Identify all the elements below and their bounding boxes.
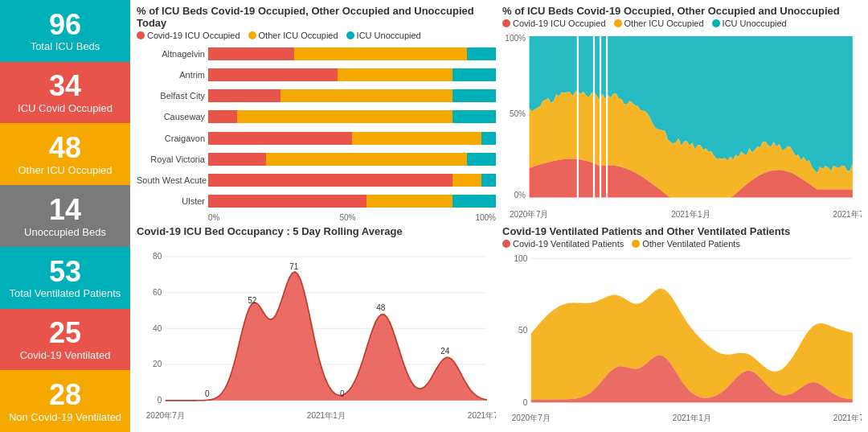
bar-seg-other — [266, 153, 468, 166]
bar-track — [208, 195, 496, 208]
non-covid-vent-value: 28 — [49, 379, 81, 411]
stat-icu-covid-occupied: 34 ICU Covid Occupied — [0, 62, 130, 124]
legend-covid-label: Covid-19 ICU Occupied — [147, 31, 240, 40]
svg-text:0: 0 — [523, 398, 528, 407]
bar-seg-other — [366, 195, 452, 208]
bar-seg-other — [237, 110, 453, 123]
bar-track — [208, 174, 496, 187]
area-legend-unoccupied: ICU Unoccupied — [712, 19, 787, 28]
svg-text:0: 0 — [205, 389, 210, 398]
bar-seg-covid — [208, 68, 338, 81]
other-icu-label: Other ICU Occupied — [18, 164, 112, 177]
svg-text:2021年1月: 2021年1月 — [307, 411, 346, 420]
svg-text:2021年1月: 2021年1月 — [673, 413, 711, 422]
bar-seg-covid — [208, 174, 452, 187]
svg-text:52: 52 — [248, 296, 257, 305]
bar-track — [208, 47, 496, 60]
vent-dot-yellow — [632, 240, 640, 248]
stat-other-icu-occupied: 48 Other ICU Occupied — [0, 123, 130, 185]
bar-chart-area: AltnagelvinAntrimBelfast CityCausewayCra… — [137, 43, 496, 212]
area-chart-title: % of ICU Beds Covid-19 Occupied, Other O… — [502, 5, 862, 17]
total-vent-label: Total Ventilated Patients — [10, 287, 121, 300]
bar-seg-other — [338, 68, 452, 81]
vent-dot-red — [502, 240, 510, 248]
vent-legend-covid-label: Covid-19 Ventilated Patients — [513, 239, 624, 249]
bar-seg-unoccupied — [452, 110, 496, 123]
bar-seg-unoccupied — [452, 68, 496, 81]
svg-text:71: 71 — [289, 262, 299, 271]
bar-chart-axis: 0% 50% 100% — [137, 213, 496, 222]
svg-text:2021年7月: 2021年7月 — [468, 411, 496, 420]
stat-unoccupied-beds: 14 Unoccupied Beds — [0, 185, 130, 247]
bottom-row: Covid-19 ICU Bed Occupancy : 5 Day Rolli… — [137, 225, 862, 427]
bar-chart-panel: % of ICU Beds Covid-19 Occupied, Other O… — [137, 5, 496, 222]
bar-row: Royal Victoria — [137, 150, 496, 168]
bar-label: Ulster — [137, 196, 205, 206]
bar-track — [208, 68, 496, 81]
icu-covid-label: ICU Covid Occupied — [18, 102, 113, 115]
legend-dot-yellow — [248, 31, 256, 39]
bar-seg-covid — [208, 47, 294, 60]
bar-label: Altnagelvin — [137, 49, 205, 59]
bar-row: South West Acute — [137, 171, 496, 189]
svg-text:50%: 50% — [510, 109, 526, 118]
svg-text:100: 100 — [514, 254, 528, 263]
bar-track — [208, 110, 496, 123]
legend-other-label: Other ICU Occupied — [259, 31, 338, 40]
vent-patients-title: Covid-19 Ventilated Patients and Other V… — [502, 225, 862, 237]
svg-text:20: 20 — [153, 360, 162, 368]
area-legend-other: Other ICU Occupied — [614, 19, 704, 28]
svg-text:48: 48 — [376, 303, 386, 312]
bar-seg-covid — [208, 153, 266, 166]
bar-seg-other — [352, 132, 481, 145]
vent-patients-svg: 0501002020年7月2021年1月2021年7月 — [502, 252, 862, 427]
unoccupied-value: 14 — [49, 194, 81, 226]
rolling-avg-title: Covid-19 ICU Bed Occupancy : 5 Day Rolli… — [137, 225, 496, 237]
bar-row: Craigavon — [137, 130, 496, 147]
svg-text:2021年1月: 2021年1月 — [671, 209, 710, 219]
svg-text:24: 24 — [440, 347, 450, 356]
svg-text:2020年7月: 2020年7月 — [510, 209, 549, 219]
area-dot-yellow — [614, 19, 622, 27]
bar-row: Belfast City — [137, 87, 496, 105]
svg-text:40: 40 — [153, 324, 162, 333]
main-content: % of ICU Beds Covid-19 Occupied, Other O… — [130, 0, 868, 432]
top-row: % of ICU Beds Covid-19 Occupied, Other O… — [137, 5, 862, 222]
svg-text:80: 80 — [153, 252, 162, 261]
stat-non-covid-ventilated: 28 Non Covid-19 Ventilated — [0, 370, 130, 432]
unoccupied-label: Unoccupied Beds — [24, 226, 106, 239]
area-chart-svg: 0%50%100%2020年7月2021年1月2021年7月 — [502, 31, 862, 222]
axis-0: 0% — [208, 213, 219, 222]
rolling-avg-panel: Covid-19 ICU Bed Occupancy : 5 Day Rolli… — [137, 225, 496, 427]
area-legend-covid-label: Covid-19 ICU Occupied — [513, 19, 606, 28]
bar-track — [208, 89, 496, 102]
icu-covid-value: 34 — [49, 70, 81, 102]
svg-text:2021年7月: 2021年7月 — [833, 413, 862, 422]
bar-row: Altnagelvin — [137, 45, 496, 63]
bar-track — [208, 132, 496, 145]
legend-dot-red — [137, 31, 145, 39]
bar-seg-unoccupied — [481, 174, 496, 187]
bar-seg-covid — [208, 89, 280, 102]
bar-chart-legend: Covid-19 ICU Occupied Other ICU Occupied… — [137, 31, 496, 40]
svg-text:2020年7月: 2020年7月 — [512, 413, 551, 422]
svg-text:100%: 100% — [505, 33, 526, 43]
area-chart-panel: % of ICU Beds Covid-19 Occupied, Other O… — [502, 5, 862, 222]
bar-seg-unoccupied — [467, 47, 496, 60]
vent-legend-other: Other Ventilated Patients — [632, 239, 740, 249]
bar-seg-other — [280, 89, 453, 102]
bar-label: South West Acute — [137, 175, 205, 185]
bar-label: Belfast City — [137, 91, 205, 101]
bar-row: Ulster — [137, 192, 496, 210]
legend-dot-teal — [346, 31, 354, 39]
stat-total-icu-beds: 96 Total ICU Beds — [0, 0, 130, 62]
bar-seg-unoccupied — [452, 89, 496, 102]
bar-seg-unoccupied — [467, 153, 496, 166]
total-vent-value: 53 — [49, 256, 81, 288]
bar-track — [208, 153, 496, 166]
vent-legend-covid: Covid-19 Ventilated Patients — [502, 239, 624, 249]
bar-chart-title: % of ICU Beds Covid-19 Occupied, Other O… — [137, 5, 496, 29]
bar-seg-unoccupied — [481, 132, 496, 145]
bar-seg-covid — [208, 195, 366, 208]
axis-100: 100% — [475, 213, 496, 222]
